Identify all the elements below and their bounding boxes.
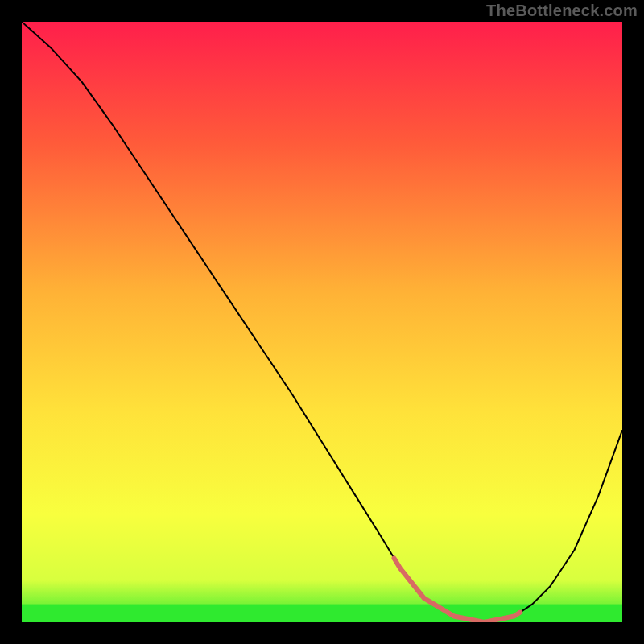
plot-area <box>22 22 622 622</box>
plot-svg <box>22 22 622 622</box>
chart-frame: TheBottleneck.com <box>0 0 644 644</box>
optimal-band <box>22 605 622 622</box>
gradient-background <box>22 22 622 622</box>
watermark-label: TheBottleneck.com <box>486 2 638 20</box>
